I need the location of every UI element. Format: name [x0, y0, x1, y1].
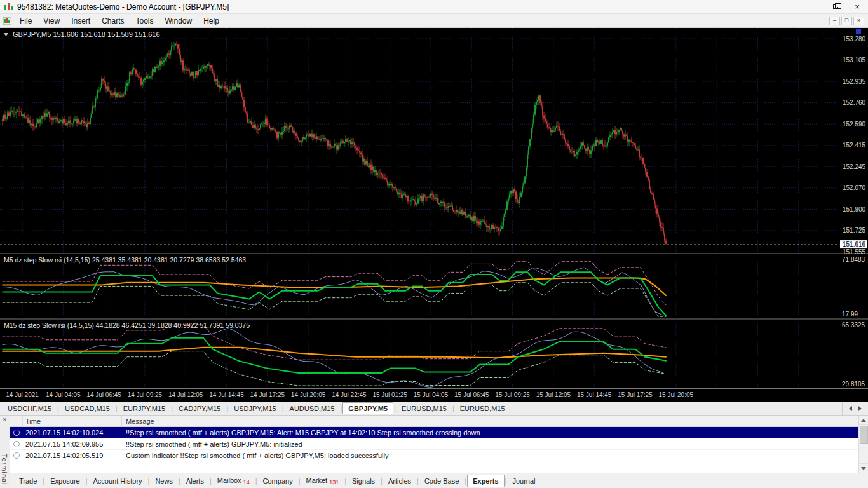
- chart-area[interactable]: 153.280153.105152.935152.760152.590152.4…: [0, 28, 868, 402]
- menu-item-window[interactable]: Window: [159, 15, 198, 27]
- tab-separator: |: [116, 405, 118, 412]
- terminal-header: Time Message: [10, 416, 868, 427]
- terminal-main: Time Message 2021.07.15 14:02:10.024!!St…: [10, 416, 868, 488]
- menu-item-view[interactable]: View: [37, 15, 65, 27]
- scroll-down-icon: [861, 467, 866, 470]
- menu-item-tools[interactable]: Tools: [130, 15, 159, 27]
- tab-separator: |: [341, 405, 342, 412]
- svg-text:151.900: 151.900: [843, 206, 866, 213]
- log-row[interactable]: 2021.07.15 14:02:05.519Custom indicator …: [10, 450, 868, 461]
- terminal-tab-account-history[interactable]: Account History: [88, 475, 147, 487]
- log-time: 2021.07.15 14:02:09.955: [23, 440, 122, 448]
- log-row[interactable]: 2021.07.15 14:02:10.024!!Step rsi smooth…: [10, 427, 868, 438]
- close-button[interactable]: ×: [846, 0, 868, 13]
- svg-text:14 Jul 06:45: 14 Jul 06:45: [86, 391, 121, 398]
- menu-item-insert[interactable]: Insert: [65, 15, 96, 27]
- terminal-tab-label: Experts: [473, 477, 498, 485]
- chart-canvas[interactable]: 153.280153.105152.935152.760152.590152.4…: [0, 28, 868, 402]
- terminal-tab-label: Market: [306, 477, 328, 484]
- chart-tab-audusd-m15[interactable]: AUDUSD,M15: [285, 403, 340, 414]
- scroll-left-icon[interactable]: [849, 406, 852, 411]
- terminal-tab-label: Mailbox: [217, 477, 241, 484]
- app-icon: [4, 3, 14, 11]
- chart-tab-eurusd-m15[interactable]: EURUSD,M15: [397, 403, 452, 414]
- terminal-tab-market[interactable]: Market131: [301, 475, 344, 487]
- chart-tab-eurjpy-m15[interactable]: EURJPY,M15: [118, 403, 170, 414]
- svg-text:14 Jul 04:05: 14 Jul 04:05: [46, 391, 81, 398]
- menu-item-help[interactable]: Help: [198, 15, 225, 27]
- time-column-header[interactable]: Time: [23, 416, 122, 426]
- terminal-tab-label: Journal: [512, 477, 535, 485]
- tab-separator: |: [171, 405, 173, 412]
- chart-tab-eurusd-m15[interactable]: EURUSD,M15: [455, 403, 510, 414]
- mdi-close-button[interactable]: ×: [853, 17, 864, 25]
- chart-tab-usdchf-m15[interactable]: USDCHF,M15: [3, 403, 57, 414]
- tab-separator: |: [148, 477, 150, 485]
- log-icon-column-header: [10, 416, 23, 426]
- terminal-tab-exposure[interactable]: Exposure: [45, 475, 85, 487]
- scrollbar-up-button[interactable]: [859, 416, 868, 425]
- svg-text:29.8105: 29.8105: [842, 381, 865, 388]
- svg-text:15 Jul 06:45: 15 Jul 06:45: [454, 391, 489, 398]
- terminal-tab-articles[interactable]: Articles: [383, 475, 416, 487]
- tab-separator: |: [210, 477, 212, 485]
- tab-separator: |: [394, 405, 396, 412]
- terminal-tab-journal[interactable]: Journal: [507, 475, 540, 487]
- scrollbar-thumb[interactable]: [860, 426, 868, 444]
- terminal-tab-code-base[interactable]: Code Base: [419, 475, 464, 487]
- svg-text:71.8483: 71.8483: [842, 256, 865, 263]
- titlebar: 95481382: MetaQuotes-Demo - Demo Account…: [0, 0, 868, 14]
- bottom-section: × Terminal Time Message 2021.07.15 14:02…: [0, 416, 868, 488]
- chart-tab-gbpjpy-m5[interactable]: GBPJPY,M5: [342, 402, 393, 414]
- window-title: 95481382: MetaQuotes-Demo - Demo Account…: [17, 3, 229, 11]
- svg-text:153.105: 153.105: [843, 57, 866, 64]
- svg-text:151.616: 151.616: [843, 241, 866, 248]
- chart-tab-usdcad-m15[interactable]: USDCAD,M15: [60, 403, 115, 414]
- terminal-tab-label: Articles: [388, 477, 411, 485]
- log-entry-icon: [10, 452, 23, 459]
- terminal-tab-label: Trade: [19, 477, 37, 485]
- menu-item-file[interactable]: File: [14, 15, 37, 27]
- tab-separator: |: [43, 477, 44, 485]
- chart-header-label: GBPJPY,M5 151.606 151.618 151.589 151.61…: [13, 30, 160, 38]
- svg-text:15 Jul 12:05: 15 Jul 12:05: [536, 391, 571, 398]
- chart-tab-cadjpy-m15[interactable]: CADJPY,M15: [173, 403, 226, 414]
- svg-text:M5 dz step Slow rsi (14,5,15): M5 dz step Slow rsi (14,5,15) 25.4381 35…: [4, 256, 246, 264]
- terminal-tab-trade[interactable]: Trade: [14, 475, 42, 487]
- terminal-tab-experts[interactable]: Experts: [467, 475, 504, 487]
- log-entry-icon: [10, 441, 23, 447]
- mt4-window: 95481382: MetaQuotes-Demo - Demo Account…: [0, 0, 868, 488]
- log-time: 2021.07.15 14:02:10.024: [23, 429, 122, 437]
- terminal-close-button[interactable]: ×: [0, 416, 10, 424]
- terminal-tab-alerts[interactable]: Alerts: [181, 475, 209, 487]
- svg-text:152.070: 152.070: [843, 184, 866, 191]
- restore-button[interactable]: [825, 0, 846, 13]
- scrollbar-down-button[interactable]: [859, 463, 868, 473]
- minimize-button[interactable]: [803, 0, 825, 13]
- chart-tab-usdjpy-m15[interactable]: USDJPY,M15: [229, 403, 281, 414]
- terminal-tab-mailbox[interactable]: Mailbox14: [212, 475, 255, 487]
- terminal-scrollbar[interactable]: [858, 416, 868, 473]
- svg-text:152.760: 152.760: [843, 99, 866, 106]
- tab-separator: |: [282, 405, 284, 412]
- svg-text:14 Jul 17:25: 14 Jul 17:25: [250, 391, 285, 398]
- tab-separator: |: [57, 405, 59, 412]
- svg-text:M15 dz step Slow rsi (14,5,15): M15 dz step Slow rsi (14,5,15) 44.1828 4…: [4, 322, 250, 329]
- scroll-right-icon[interactable]: [858, 406, 862, 411]
- terminal-tab-company[interactable]: Company: [258, 475, 298, 487]
- log-row[interactable]: 2021.07.15 14:02:09.955!!Step rsi smooth…: [10, 438, 868, 450]
- svg-text:15 Jul 14:45: 15 Jul 14:45: [577, 391, 612, 398]
- message-column-header[interactable]: Message: [122, 416, 868, 426]
- menu-item-charts[interactable]: Charts: [96, 15, 130, 27]
- svg-text:14 Jul 09:25: 14 Jul 09:25: [128, 391, 163, 398]
- terminal-tab-news[interactable]: News: [150, 475, 178, 487]
- mdi-minimize-button[interactable]: –: [829, 17, 840, 25]
- unread-count-badge: 131: [329, 479, 339, 485]
- tab-separator: |: [381, 477, 383, 485]
- terminal-panel: Time Message 2021.07.15 14:02:10.024!!St…: [10, 416, 868, 473]
- terminal-rows: 2021.07.15 14:02:10.024!!Step rsi smooth…: [10, 427, 868, 461]
- terminal-tab-label: Alerts: [186, 477, 204, 485]
- mdi-restore-button[interactable]: □: [841, 17, 852, 25]
- svg-text:65.3325: 65.3325: [842, 322, 865, 329]
- terminal-tab-signals[interactable]: Signals: [347, 475, 380, 487]
